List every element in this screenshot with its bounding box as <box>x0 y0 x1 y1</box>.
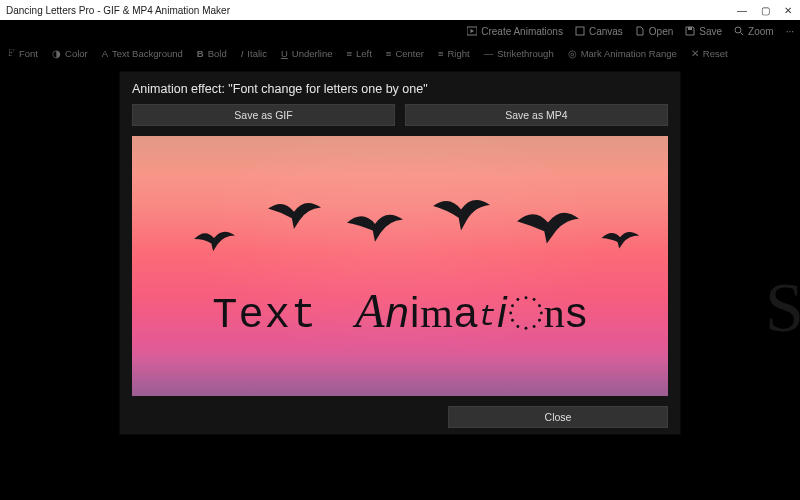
svg-point-12 <box>524 327 527 330</box>
save-as-gif-button[interactable]: Save as GIF <box>132 104 395 126</box>
svg-point-16 <box>511 304 514 307</box>
svg-point-6 <box>524 296 527 299</box>
svg-point-7 <box>532 298 535 301</box>
svg-point-8 <box>538 304 541 307</box>
minimize-icon[interactable]: — <box>737 5 747 16</box>
maximize-icon[interactable]: ▢ <box>761 5 770 16</box>
dotted-o-icon <box>508 293 544 329</box>
close-window-icon[interactable]: ✕ <box>784 5 792 16</box>
app-root: Create Animations Canvas Open Save Zoom … <box>0 20 800 500</box>
dialog-title: Animation effect: "Font change for lette… <box>132 82 668 96</box>
close-dialog-button[interactable]: Close <box>448 406 668 428</box>
bird-icon <box>192 225 236 253</box>
svg-point-17 <box>516 298 519 301</box>
modal-overlay: Animation effect: "Font change for lette… <box>0 20 800 500</box>
window-title: Dancing Letters Pro - GIF & MP4 Animatio… <box>4 5 737 16</box>
bird-icon <box>347 207 403 243</box>
bird-icon <box>432 193 490 233</box>
birds-layer <box>132 191 668 271</box>
animation-preview: Text Animatins <box>132 136 668 396</box>
svg-point-14 <box>511 319 514 322</box>
window-titlebar: Dancing Letters Pro - GIF & MP4 Animatio… <box>0 0 800 20</box>
svg-point-15 <box>509 312 512 315</box>
svg-point-10 <box>538 319 541 322</box>
bird-icon <box>267 197 321 231</box>
animation-preview-dialog: Animation effect: "Font change for lette… <box>120 72 680 434</box>
svg-point-13 <box>516 325 519 328</box>
bird-icon <box>600 225 640 251</box>
bird-icon <box>517 203 579 247</box>
animated-text: Text Animatins <box>132 283 668 340</box>
svg-point-9 <box>539 312 542 315</box>
svg-point-11 <box>532 325 535 328</box>
preview-word-1: Text <box>212 292 317 340</box>
preview-word-2: Animatins <box>355 290 587 336</box>
save-as-mp4-button[interactable]: Save as MP4 <box>405 104 668 126</box>
